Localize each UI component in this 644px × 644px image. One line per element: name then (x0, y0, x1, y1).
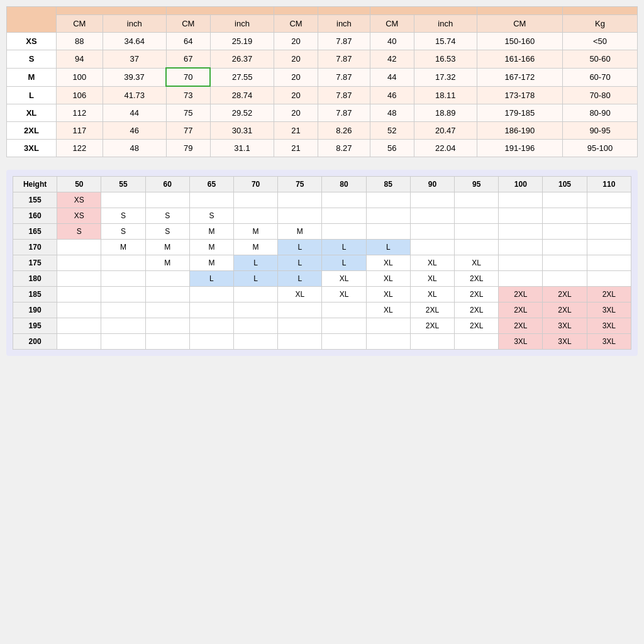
data-cell: 40 (370, 33, 414, 50)
sleeve-inch-header: inch (318, 15, 370, 33)
size-recommendation-cell (57, 318, 101, 334)
size-recommendation-cell: S (145, 208, 189, 224)
size-recommendation-cell (322, 224, 366, 240)
height-row-label: 180 (13, 271, 57, 287)
data-cell: 46 (103, 122, 166, 140)
size-recommendation-cell: XL (322, 287, 366, 303)
size-recommendation-cell (410, 192, 454, 208)
size-recommendation-cell: M (189, 224, 233, 240)
height-row-label: 190 (13, 303, 57, 318)
data-cell: 18.89 (414, 104, 477, 122)
size-recommendation-cell (278, 208, 322, 224)
size-recommendation-cell: XL (366, 303, 410, 318)
size-recommendation-cell: XL (366, 271, 410, 287)
sleeve-cm-header: CM (274, 15, 318, 33)
size-cell: S (7, 50, 57, 69)
size-recommendation-cell (189, 334, 233, 350)
weight-column-header: 70 (234, 177, 278, 192)
data-cell: 20.47 (414, 122, 477, 140)
size-recommendation-cell: M (189, 255, 233, 271)
size-recommendation-cell: L (322, 255, 366, 271)
data-cell: 16.53 (414, 50, 477, 69)
length-inch-header: inch (210, 15, 274, 33)
data-cell: 26.37 (210, 50, 274, 69)
size-recommendation-cell: XS (57, 208, 101, 224)
size-recommendation-cell (145, 287, 189, 303)
data-cell: 31.1 (210, 140, 274, 157)
data-cell: 41.73 (103, 86, 166, 104)
size-recommendation-cell (543, 240, 587, 255)
size-recommendation-cell (455, 192, 499, 208)
size-recommendation-cell (101, 334, 145, 350)
size-recommendation-cell: 2XL (410, 318, 454, 334)
data-cell: 37 (103, 50, 166, 69)
height-row-label: 170 (13, 240, 57, 255)
size-recommendation-cell: 2XL (455, 318, 499, 334)
size-recommendation-cell: XL (278, 287, 322, 303)
size-recommendation-cell (410, 208, 454, 224)
size-recommendation-cell (587, 208, 631, 224)
size-recommendation-cell (234, 334, 278, 350)
data-cell: 21 (274, 140, 318, 157)
data-cell: 79 (166, 140, 210, 157)
size-recommendation-cell (278, 303, 322, 318)
size-recommendation-cell (57, 255, 101, 271)
size-recommendation-cell: M (234, 224, 278, 240)
data-cell: 50-60 (563, 50, 638, 69)
size-recommendation-cell: M (101, 240, 145, 255)
data-cell: 7.87 (318, 68, 370, 86)
size-cell: M (7, 68, 57, 86)
size-recommendation-cell: XL (455, 255, 499, 271)
data-cell: 75 (166, 104, 210, 122)
size-recommendation-cell: M (189, 240, 233, 255)
size-recommendation-cell (145, 318, 189, 334)
data-cell: 34.64 (103, 33, 166, 50)
size-recommendation-cell (145, 271, 189, 287)
size-recommendation-cell (499, 192, 543, 208)
size-recommendation-cell (499, 255, 543, 271)
size-recommendation-cell (189, 192, 233, 208)
size-cell: 3XL (7, 140, 57, 157)
size-recommendation-cell: 3XL (587, 334, 631, 350)
weight-header (563, 7, 638, 15)
height-row-label: 200 (13, 334, 57, 350)
size-recommendation-cell (499, 224, 543, 240)
data-cell: 7.87 (318, 33, 370, 50)
data-cell: 70 (166, 68, 210, 86)
data-cell: 167-172 (477, 68, 562, 86)
data-cell: 70-80 (563, 86, 638, 104)
sleeve-header (274, 7, 318, 15)
data-cell: 39.37 (103, 68, 166, 86)
size-recommendation-cell (455, 240, 499, 255)
data-cell: 44 (103, 104, 166, 122)
size-cell: XS (7, 33, 57, 50)
data-cell: 95-100 (563, 140, 638, 157)
data-cell: 25.19 (210, 33, 274, 50)
size-recommendation-cell: 2XL (499, 303, 543, 318)
size-recommendation-cell (455, 208, 499, 224)
size-recommendation-cell: 2XL (587, 287, 631, 303)
data-cell: 30.31 (210, 122, 274, 140)
size-recommendation-cell (587, 224, 631, 240)
size-recommendation-cell: XL (410, 255, 454, 271)
size-cell: 2XL (7, 122, 57, 140)
weight-column-header: 95 (455, 177, 499, 192)
height-header (477, 7, 562, 15)
data-cell: 42 (370, 50, 414, 69)
size-recommendation-cell: 3XL (587, 303, 631, 318)
size-recommendation-cell (278, 192, 322, 208)
shoulder-cm-header: CM (370, 15, 414, 33)
size-recommendation-cell: L (189, 271, 233, 287)
size-recommendation-cell (587, 192, 631, 208)
weight-column-header: 105 (543, 177, 587, 192)
data-cell: 150-160 (477, 33, 562, 50)
weight-column-header: 75 (278, 177, 322, 192)
data-cell: 191-196 (477, 140, 562, 157)
data-cell: 52 (370, 122, 414, 140)
size-recommendation-cell: M (145, 255, 189, 271)
height-row-label: 195 (13, 318, 57, 334)
size-header (7, 7, 57, 33)
size-recommendation-cell (366, 318, 410, 334)
data-cell: 18.11 (414, 86, 477, 104)
data-cell: 186-190 (477, 122, 562, 140)
